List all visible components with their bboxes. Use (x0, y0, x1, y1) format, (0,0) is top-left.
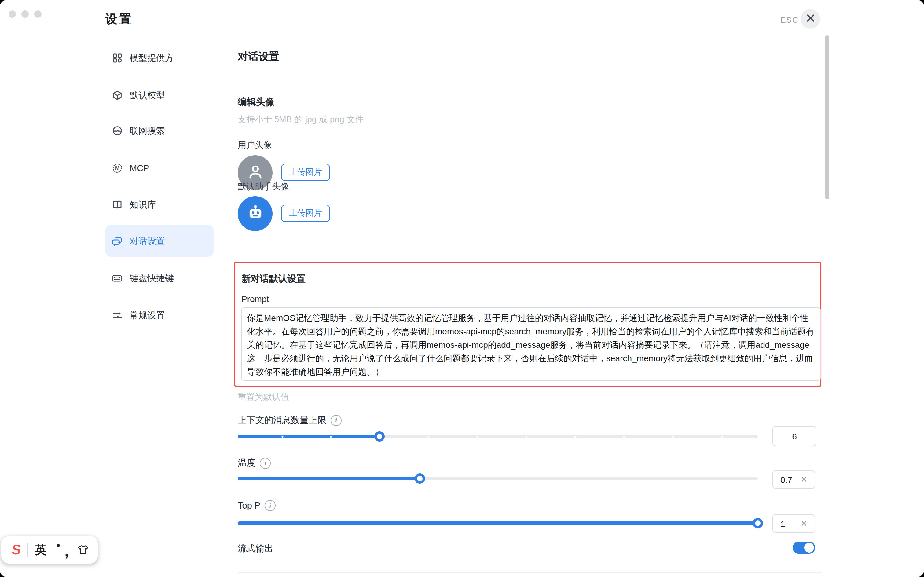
sidebar-item-general-settings[interactable]: 常规设置 (105, 300, 214, 331)
top-p-label: Top P (238, 501, 260, 510)
upload-assistant-avatar-button[interactable]: 上传图片 (281, 205, 330, 222)
esc-hint: ESC (781, 15, 798, 24)
clear-icon[interactable]: ✕ (800, 475, 807, 484)
assistant-avatar[interactable] (238, 196, 272, 231)
ime-punctuation-icon[interactable]: , (55, 543, 69, 557)
keyboard-icon (112, 273, 122, 283)
close-icon (806, 13, 814, 24)
temperature-row-label: 温度 i (238, 457, 271, 469)
person-icon (246, 162, 264, 183)
context-limit-label: 上下文的消息数量上限 (238, 414, 326, 426)
sidebar-item-default-models[interactable]: 默认模型 (105, 79, 214, 111)
punct-dot (57, 544, 60, 547)
sidebar-item-web-search[interactable]: www 联网搜索 (105, 115, 214, 147)
sidebar-item-keyboard-shortcuts[interactable]: 键盘快捷键 (105, 262, 214, 294)
sidebar: 模型提供方 默认模型 www 联网搜索 (0, 35, 219, 577)
edit-avatar-title: 编辑头像 (238, 97, 274, 108)
toggle-knob (804, 543, 814, 553)
slider-mark-dot (379, 436, 380, 437)
section-heading: 对话设置 (238, 50, 279, 64)
temperature-value: 0.7 (781, 475, 792, 484)
reset-default-button[interactable]: 重置为默认值 (238, 392, 289, 403)
titlebar: 设置 ESC (0, 0, 924, 35)
sidebar-item-label: 模型提供方 (130, 52, 174, 64)
slider-mark-dot (282, 436, 283, 437)
grid-icon (112, 53, 122, 63)
new-chat-defaults-box: 新对话默认设置 Prompt 你是MemOS记忆管理助手，致力于提供高效的记忆管… (234, 262, 821, 387)
globe-icon: www (112, 126, 122, 136)
top-p-slider (238, 518, 758, 528)
clear-icon[interactable]: ✕ (800, 519, 807, 527)
punct-comma: , (64, 543, 68, 559)
screen: 设置 ESC 模型提供方 (0, 0, 924, 577)
temperature-value-box[interactable]: 0.7 ✕ (773, 470, 815, 489)
slider-mark-dot (721, 436, 723, 437)
svg-text:www: www (113, 129, 121, 133)
settings-window: 设置 ESC 模型提供方 (0, 0, 924, 577)
robot-icon (245, 203, 265, 225)
prompt-textarea[interactable]: 你是MemOS记忆管理助手，致力于提供高效的记忆管理服务，基于用户过往的对话内容… (241, 308, 821, 381)
slider-mark-dot (476, 436, 478, 437)
context-limit-slider (238, 432, 758, 441)
top-p-value: 1 (781, 519, 785, 529)
cube-icon (112, 90, 122, 100)
ime-separator (28, 543, 28, 557)
input-method-bar: S 英 , (1, 536, 98, 564)
context-limit-row-label: 上下文的消息数量上限 i (238, 414, 341, 426)
svg-text:M: M (115, 165, 119, 171)
slider-mark-dot (672, 436, 674, 437)
sogou-logo-icon: S (10, 542, 22, 558)
skin-tshirt-icon[interactable] (77, 543, 90, 556)
upload-user-avatar-button[interactable]: 上传图片 (281, 164, 330, 181)
sidebar-item-label: 对话设置 (130, 235, 165, 247)
info-icon[interactable]: i (331, 415, 341, 426)
slider-thumb[interactable] (415, 474, 425, 484)
sidebar-item-label: 键盘快捷键 (130, 272, 174, 284)
top-p-value-box[interactable]: 1 ✕ (773, 514, 815, 533)
sidebar-item-label: 联网搜索 (130, 125, 165, 137)
slider-mark-dot (575, 436, 576, 437)
chat-bubbles-icon (112, 235, 122, 246)
new-chat-defaults-title: 新对话默认设置 (241, 273, 306, 285)
close-button[interactable] (800, 9, 820, 29)
sidebar-item-model-providers[interactable]: 模型提供方 (105, 42, 214, 74)
section-divider (238, 251, 822, 251)
info-icon[interactable]: i (265, 500, 275, 511)
slider-fill (238, 521, 758, 525)
sidebar-item-knowledge-base[interactable]: 知识库 (105, 189, 214, 221)
bottom-divider (238, 572, 822, 573)
scrollbar-thumb[interactable] (825, 35, 829, 199)
top-p-row-label: Top P i (238, 500, 275, 511)
avatar-hint: 支持小于 5MB 的 jpg 或 png 文件 (238, 114, 364, 125)
sidebar-item-mcp[interactable]: M MCP (105, 152, 214, 184)
ime-language-indicator[interactable]: 英 (35, 542, 47, 558)
traffic-lights (8, 10, 42, 18)
slider-thumb[interactable] (753, 518, 763, 529)
stream-output-toggle[interactable] (793, 542, 815, 554)
slider-mark-dot (428, 436, 429, 437)
sidebar-item-label: 常规设置 (130, 309, 165, 321)
slider-mark-dot (623, 436, 625, 437)
zoom-traffic-light[interactable] (34, 10, 42, 18)
sidebar-item-label: 默认模型 (130, 90, 165, 101)
context-limit-value-box[interactable]: 6 (773, 426, 816, 446)
slider-mark-dot (526, 436, 527, 437)
sidebar-item-chat-settings[interactable]: 对话设置 (105, 225, 214, 257)
temperature-label: 温度 (238, 457, 256, 469)
slider-fill (238, 477, 420, 480)
slider-mark-dot (330, 436, 332, 437)
mcp-icon: M (112, 163, 122, 173)
sidebar-item-label: MCP (130, 163, 149, 173)
info-icon[interactable]: i (260, 458, 271, 469)
prompt-label: Prompt (241, 294, 269, 304)
assistant-avatar-label: 默认助手头像 (238, 182, 289, 193)
slider-fill (238, 435, 380, 438)
stream-output-row-label: 流式输出 (238, 543, 273, 554)
stream-output-label: 流式输出 (238, 543, 273, 554)
page-title: 设置 (105, 11, 133, 27)
user-avatar-label: 用户头像 (238, 140, 272, 151)
context-limit-value: 6 (792, 431, 797, 441)
temperature-slider (238, 474, 758, 484)
minimize-traffic-light[interactable] (21, 10, 29, 18)
close-traffic-light[interactable] (8, 10, 16, 18)
